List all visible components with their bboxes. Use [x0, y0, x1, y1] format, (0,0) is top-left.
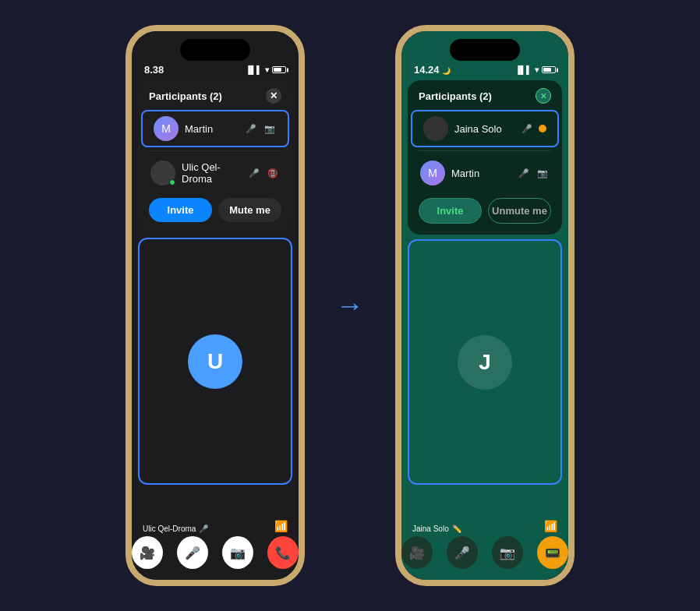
battery-2 — [542, 66, 556, 73]
wifi-icon-1: ▾ — [265, 65, 269, 74]
mute-button-1[interactable]: Mute me — [218, 198, 281, 222]
signal-icon-2: ▐▌▌ — [515, 65, 532, 74]
camera-ctrl-1[interactable]: 📷 — [222, 536, 253, 569]
phone-1: 8.38 ▐▌▌ ▾ Participants (2) ✕ M Martin — [126, 25, 305, 586]
panel-title-2: Participants (2) — [419, 90, 492, 102]
moon-icon-2: 🌙 — [442, 67, 451, 75]
avatar-jaina — [423, 116, 448, 141]
wifi-icon-2: ▾ — [535, 65, 539, 74]
avatar-martin-1: M — [154, 116, 179, 141]
avatar-wrapper-jaina — [423, 116, 448, 141]
panel-header-1: Participants (2) ✕ — [138, 88, 292, 110]
mic-icon-martin-1: 🎤 — [244, 122, 258, 136]
bottom-bar-1: Ulic Qel-Droma 🎤 📶 🎥 🎤 📷 📞 — [132, 491, 299, 580]
mic-small-icon-1: 🎤 — [199, 524, 208, 533]
large-avatar-2: J — [458, 335, 512, 390]
dynamic-island-1 — [180, 39, 250, 61]
video-icon-martin-1: 📷 — [263, 122, 277, 136]
invite-button-1[interactable]: Invite — [149, 198, 212, 222]
call-area-2: J — [408, 239, 562, 485]
signal-icon-1: ▐▌▌ — [246, 65, 262, 74]
video-icon-ulic: 📵 — [266, 166, 280, 180]
status-bar-2: 14.24 🌙 ▐▌▌ ▾ — [401, 61, 568, 76]
participant-row-ulic: Ulic Qel-Droma 🎤 📵 — [138, 154, 292, 192]
divider-1 — [149, 150, 281, 151]
control-buttons-1: 🎥 🎤 📷 📞 — [132, 497, 299, 569]
mic-icon-ulic: 🎤 — [247, 166, 261, 180]
mic-ctrl-1[interactable]: 🎤 — [177, 536, 208, 569]
camera-ctrl-2[interactable]: 📷 — [492, 536, 523, 569]
video-ctrl-1[interactable]: 🎥 — [132, 536, 163, 569]
participant-icons-ulic: 🎤 📵 — [247, 166, 280, 180]
mic-ctrl-2[interactable]: 🎤 — [447, 536, 478, 569]
control-buttons-2: 🎥 🎤 📷 📟 — [401, 497, 568, 569]
arrow-indicator: → — [336, 289, 364, 322]
participants-panel-1: Participants (2) ✕ M Martin 🎤 📷 — [138, 80, 292, 233]
signal-indicator-2: 📶 — [544, 519, 557, 533]
invite-button-2[interactable]: Invite — [419, 198, 482, 224]
orange-dot-jaina — [539, 125, 546, 132]
participant-icons-jaina: 🎤 — [520, 122, 546, 136]
close-button-2[interactable]: ✕ — [536, 88, 551, 104]
mic-icon-jaina: 🎤 — [520, 122, 534, 136]
participant-name-ulic: Ulic Qel-Droma — [182, 161, 241, 185]
bottom-label-1: Ulic Qel-Droma 🎤 — [143, 524, 208, 533]
call-area-1: U — [138, 238, 292, 485]
end-call-btn-1[interactable]: 📞 — [267, 536, 299, 569]
status-bar-1: 8.38 ▐▌▌ ▾ — [132, 61, 299, 76]
participant-name-jaina: Jaina Solo — [454, 123, 514, 135]
participant-row-jaina: Jaina Solo 🎤 — [411, 110, 559, 147]
unmute-button-2[interactable]: Unmute me — [488, 198, 551, 224]
participant-row-martin-2: M Martin 🎤 📷 — [408, 154, 562, 192]
participant-icons-martin-2: 🎤 📷 — [517, 166, 550, 180]
battery-1 — [272, 66, 286, 73]
mic-icon-martin-2: 🎤 — [517, 166, 531, 180]
large-avatar-1: U — [188, 334, 242, 389]
special-ctrl-2[interactable]: 📟 — [537, 536, 568, 569]
bottom-bar-2: Jaina Solo ✏️ 📶 🎥 🎤 📷 📟 — [401, 491, 568, 580]
time-2: 14.24 🌙 — [414, 64, 451, 76]
avatar-martin-2: M — [420, 161, 445, 185]
divider-2 — [419, 150, 551, 151]
status-icons-2: ▐▌▌ ▾ — [515, 65, 556, 74]
participant-row-martin-1: M Martin 🎤 📷 — [141, 110, 289, 147]
panel-title-1: Participants (2) — [149, 90, 222, 102]
avatar-wrapper-ulic — [150, 161, 175, 185]
bottom-label-2: Jaina Solo ✏️ — [412, 524, 461, 533]
signal-indicator-1: 📶 — [274, 519, 288, 533]
participant-name-martin-2: Martin — [451, 168, 511, 179]
participant-icons-martin-1: 🎤 📷 — [244, 122, 277, 136]
time-1: 8.38 — [144, 64, 164, 76]
participants-panel-2: Participants (2) ✕ Jaina Solo 🎤 M — [408, 80, 562, 235]
panel-header-2: Participants (2) ✕ — [408, 88, 562, 110]
video-icon-martin-2: 📷 — [536, 166, 550, 180]
online-dot-ulic — [169, 179, 175, 185]
video-ctrl-2[interactable]: 🎥 — [401, 536, 433, 569]
action-buttons-2: Invite Unmute me — [408, 192, 562, 227]
action-buttons-1: Invite Mute me — [138, 192, 292, 225]
close-button-1[interactable]: ✕ — [266, 88, 281, 104]
edit-icon-2: ✏️ — [452, 524, 461, 533]
status-icons-1: ▐▌▌ ▾ — [246, 65, 286, 74]
phone-2: 14.24 🌙 ▐▌▌ ▾ Participants (2) ✕ — [395, 25, 574, 586]
participant-name-martin-1: Martin — [185, 123, 238, 135]
dynamic-island-2 — [450, 39, 520, 61]
